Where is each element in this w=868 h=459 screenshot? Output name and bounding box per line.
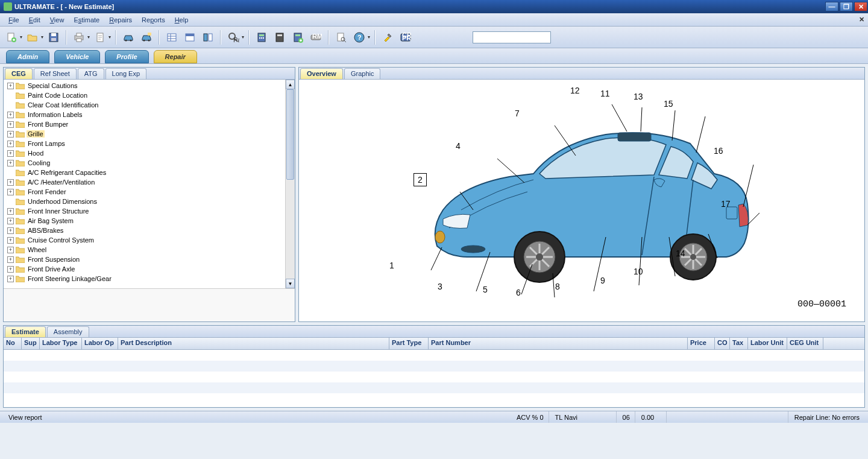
table-row[interactable]: [4, 361, 864, 372]
search-parts-button[interactable]: Parts ▾: [225, 30, 244, 45]
search-input[interactable]: [473, 31, 551, 43]
table-row[interactable]: [4, 350, 864, 361]
expand-icon[interactable]: +: [7, 131, 14, 138]
column-header[interactable]: Labor Op: [82, 338, 118, 349]
scroll-down-button[interactable]: ▼: [286, 279, 295, 288]
tree-item[interactable]: +Information Labels: [5, 110, 294, 119]
scroll-up-button[interactable]: ▲: [286, 80, 295, 89]
maximize-button[interactable]: ❐: [840, 2, 853, 11]
expand-icon[interactable]: +: [7, 189, 14, 195]
bottom-subtab-assembly[interactable]: Assembly: [47, 326, 89, 337]
tree-item[interactable]: +Front Steering Linkage/Gear: [5, 274, 294, 283]
cp-pro-button[interactable]: CPPRO: [398, 30, 414, 45]
expand-icon[interactable]: +: [7, 208, 14, 215]
tree-item[interactable]: +Front Bumper: [5, 119, 294, 129]
tree-item[interactable]: +Air Bag System: [5, 216, 294, 226]
left-subtab-atg[interactable]: ATG: [78, 68, 104, 79]
menu-estimate[interactable]: Estimate: [69, 15, 104, 25]
expand-icon[interactable]: +: [7, 179, 14, 186]
table-row[interactable]: [4, 382, 864, 393]
table-row[interactable]: [4, 372, 864, 382]
grid-2-button[interactable]: [182, 30, 198, 45]
tree-item[interactable]: Underhood Dimensions: [5, 197, 294, 206]
vehicle-2-button[interactable]: [139, 30, 154, 45]
tree-item[interactable]: +Front Drive Axle: [5, 264, 294, 274]
column-header[interactable]: Labor Type: [40, 338, 82, 349]
calc-1-button[interactable]: [254, 30, 269, 45]
tree-item[interactable]: +Grille: [5, 129, 294, 139]
left-subtab-long-exp[interactable]: Long Exp: [105, 68, 146, 79]
menu-edit[interactable]: Edit: [24, 15, 45, 25]
menu-file[interactable]: File: [4, 15, 24, 25]
menu-reports[interactable]: Reports: [137, 15, 170, 25]
expand-icon[interactable]: +: [7, 276, 14, 282]
left-subtab-ceg[interactable]: CEG: [5, 68, 33, 79]
doc-search-button[interactable]: [333, 30, 349, 45]
expand-icon[interactable]: +: [7, 227, 14, 234]
main-tab-vehicle[interactable]: Vehicle: [54, 50, 100, 63]
new-button[interactable]: ▾: [4, 30, 22, 45]
tree-item[interactable]: +A/C /Heater/Ventilation: [5, 177, 294, 187]
column-header[interactable]: Part Description: [118, 338, 389, 349]
expand-icon[interactable]: +: [7, 83, 14, 89]
expand-icon[interactable]: +: [7, 237, 14, 244]
expand-icon[interactable]: +: [7, 256, 14, 263]
expand-icon[interactable]: +: [7, 121, 14, 128]
column-header[interactable]: Price: [688, 338, 715, 349]
tree-item[interactable]: +Front Suspension: [5, 255, 294, 264]
window-close-button[interactable]: ✕: [854, 2, 867, 11]
column-header[interactable]: Labor Unit: [748, 338, 787, 349]
column-header[interactable]: Part Type: [389, 338, 429, 349]
column-header[interactable]: Part Number: [429, 338, 688, 349]
print-button[interactable]: ▾: [71, 30, 90, 45]
tree-item[interactable]: +Hood: [5, 148, 294, 158]
column-header[interactable]: Tax: [730, 338, 748, 349]
grid-3-button[interactable]: [200, 30, 216, 45]
grid-1-button[interactable]: [164, 30, 180, 45]
menu-repairs[interactable]: Repairs: [104, 15, 137, 25]
tree-item[interactable]: +Cruise Control System: [5, 235, 294, 245]
tree-item[interactable]: Clear Coat Identification: [5, 100, 294, 110]
right-subtab-overview[interactable]: Overview: [300, 68, 343, 79]
doc-button[interactable]: ▾: [92, 30, 111, 45]
tree-item[interactable]: +Cooling: [5, 158, 294, 168]
right-subtab-graphic[interactable]: Graphic: [344, 68, 381, 79]
scroll-thumb[interactable]: [286, 89, 294, 180]
menu-view[interactable]: View: [45, 15, 69, 25]
tree-item[interactable]: +Special Cautions: [5, 81, 294, 90]
minimize-button[interactable]: —: [825, 2, 838, 11]
tree-item[interactable]: +Wheel: [5, 245, 294, 255]
expand-icon[interactable]: +: [7, 112, 14, 118]
tools-button[interactable]: [380, 30, 395, 45]
main-tab-profile[interactable]: Profile: [105, 50, 148, 63]
help-button[interactable]: ? ▾: [351, 30, 370, 45]
vehicle-1-button[interactable]: [121, 30, 136, 45]
expand-icon[interactable]: +: [7, 160, 14, 166]
tree-item[interactable]: +Front Inner Structure: [5, 206, 294, 216]
mdi-close-button[interactable]: ✕: [859, 16, 864, 24]
main-tab-repair[interactable]: Repair: [154, 50, 197, 63]
column-header[interactable]: No: [4, 338, 22, 349]
column-header[interactable]: CO: [715, 338, 730, 349]
tree-item[interactable]: +Front Fender: [5, 187, 294, 197]
tree-scrollbar[interactable]: ▲ ▼: [285, 80, 295, 288]
menu-help[interactable]: Help: [170, 15, 193, 25]
calc-3-button[interactable]: [290, 30, 306, 45]
column-header[interactable]: Sup: [22, 338, 40, 349]
tree-item[interactable]: A/C Refrigerant Capacities: [5, 168, 294, 177]
left-subtab-ref-sheet[interactable]: Ref Sheet: [34, 68, 77, 79]
save-button[interactable]: [46, 30, 61, 45]
tree-item[interactable]: +ABS/Brakes: [5, 226, 294, 235]
table-row[interactable]: [4, 393, 864, 404]
rmc-button[interactable]: RMC: [308, 30, 324, 45]
expand-icon[interactable]: +: [7, 218, 14, 224]
expand-icon[interactable]: +: [7, 247, 14, 253]
tree-item[interactable]: Paint Code Location: [5, 90, 294, 100]
main-tab-admin[interactable]: Admin: [6, 50, 49, 63]
tree-item[interactable]: +Front Lamps: [5, 139, 294, 148]
column-header[interactable]: CEG Unit: [787, 338, 823, 349]
expand-icon[interactable]: +: [7, 141, 14, 147]
expand-icon[interactable]: +: [7, 266, 14, 273]
bottom-subtab-estimate[interactable]: Estimate: [5, 326, 46, 337]
open-button[interactable]: ▾: [25, 30, 43, 45]
